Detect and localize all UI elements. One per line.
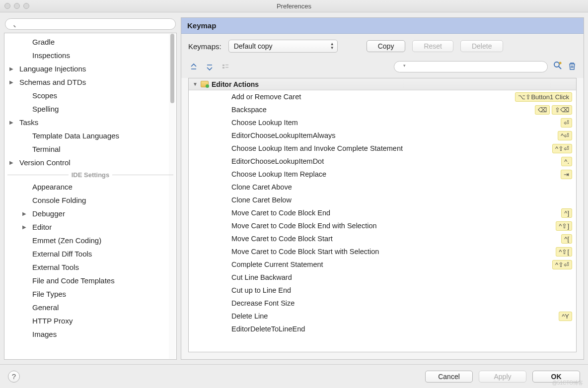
action-row[interactable]: Add or Remove Caret⌥⇧Button1 Click [189,90,576,103]
tree-item[interactable]: Tasks [4,116,176,129]
trash-icon[interactable] [568,62,577,72]
tree-item[interactable]: General [4,301,176,314]
tree-scrollbar[interactable] [169,34,176,359]
action-shortcuts: ^⇧[ [554,248,572,256]
delete-button[interactable]: Delete [460,40,503,52]
action-row[interactable]: Delete Line^Y [189,310,576,323]
action-label: Move Caret to Code Block Start with Sele… [231,248,554,256]
tree-item[interactable]: Template Data Languages [4,129,176,142]
apply-button[interactable]: Apply [479,371,526,383]
action-row[interactable]: Cut up to Line End [189,284,576,297]
find-action-icon[interactable] [553,61,563,73]
expand-all-icon[interactable] [188,62,199,72]
preferences-sidebar: GradleInspectionsLanguage InjectionsSche… [4,17,177,360]
window-title: Preferences [0,2,588,10]
tree-item[interactable]: HTTP Proxy [4,314,176,327]
tree-item[interactable]: File and Code Templates [4,274,176,287]
keymap-toolbar [181,59,584,78]
edit-shortcut-icon[interactable] [220,62,231,72]
collapse-all-icon[interactable] [204,62,215,72]
action-row[interactable]: Backspace⌫⇧⌫ [189,103,576,116]
minimize-window-icon[interactable] [14,3,20,9]
svg-rect-3 [225,67,228,68]
action-row[interactable]: Move Caret to Code Block Start^[ [189,232,576,245]
action-row[interactable]: Move Caret to Code Block End with Select… [189,219,576,232]
action-shortcuts: ^] [559,209,572,217]
shortcut-badge: ^. [561,157,572,166]
action-row[interactable]: Complete Current Statement^⇧⏎ [189,258,576,271]
tree-item[interactable]: Spelling [4,102,176,116]
svg-point-4 [554,62,559,67]
shortcut-badge: ⌫ [535,105,550,115]
close-window-icon[interactable] [4,3,10,9]
action-row[interactable]: Clone Caret Above [189,181,576,194]
action-row[interactable]: Move Caret to Code Block End^] [189,206,576,219]
tree-item[interactable]: Scopes [4,89,176,102]
action-label: Delete Line [231,312,557,320]
action-row[interactable]: Move Caret to Code Block Start with Sele… [189,245,576,258]
action-label: Decrease Font Size [231,299,572,307]
action-shortcuts: ⌥⇧Button1 Click [513,93,572,101]
action-label: Clone Caret Below [231,196,572,204]
action-row[interactable]: Choose Lookup Item⏎ [189,116,576,129]
tree-item[interactable]: Gradle [4,35,176,49]
action-shortcuts: ⏎ [559,119,572,127]
tree-item[interactable]: Version Control [4,156,176,169]
tree-item[interactable]: Appearance [4,180,176,194]
shortcut-badge: ^] [561,208,572,218]
tree-item[interactable]: External Diff Tools [4,247,176,260]
svg-rect-1 [222,67,224,68]
shortcut-badge: ⌥⇧Button1 Click [515,92,572,102]
keymaps-select[interactable]: Default copy ▲▼ [228,40,338,53]
tree-section-separator: IDE Settings [4,169,176,180]
panel-title: Keymap [181,18,584,34]
tree-item[interactable]: Console Folding [4,194,176,207]
action-shortcuts: ^⇧] [554,222,572,230]
action-row[interactable]: Decrease Font Size [189,297,576,310]
tree-item[interactable]: Language Injections [4,62,176,75]
folder-icon [201,81,209,87]
tree-item[interactable]: Terminal [4,142,176,156]
shortcut-badge: ^⏎ [558,131,572,140]
tree-item[interactable]: Images [4,327,176,341]
cancel-button[interactable]: Cancel [425,371,473,383]
shortcut-badge: ⇥ [561,170,572,179]
action-label: Move Caret to Code Block End with Select… [231,222,554,230]
preferences-tree[interactable]: GradleInspectionsLanguage InjectionsSche… [4,33,177,360]
category-label: Editor Actions [212,80,259,88]
copy-button[interactable]: Copy [367,40,406,52]
action-row[interactable]: EditorChooseLookupItemAlways^⏎ [189,129,576,142]
action-row[interactable]: Choose Lookup Item Replace⇥ [189,168,576,181]
action-list[interactable]: Add or Remove Caret⌥⇧Button1 ClickBacksp… [189,90,576,352]
action-row[interactable]: Choose Lookup Item and Invoke Complete S… [189,142,576,155]
keymaps-select-value: Default copy [234,42,273,50]
tree-item[interactable]: Inspections [4,49,176,62]
shortcut-badge: ^⇧⏎ [552,260,572,269]
tree-scrollbar-thumb[interactable] [170,34,174,103]
tree-item[interactable]: Debugger [4,207,176,220]
category-row[interactable]: ▼ Editor Actions [189,78,576,90]
traffic-lights [4,3,29,9]
action-row[interactable]: EditorDeleteToLineEnd [189,323,576,335]
shortcut-badge: ^⇧⏎ [552,144,572,153]
tree-item[interactable]: File Types [4,287,176,301]
action-shortcuts: ^⏎ [556,131,572,139]
shortcut-badge: ^[ [561,234,572,244]
action-row[interactable]: Clone Caret Below [189,194,576,206]
action-search-input[interactable] [394,61,548,72]
action-shortcuts: ^. [559,157,572,165]
tree-item[interactable]: Schemas and DTDs [4,75,176,89]
reset-button[interactable]: Reset [412,40,453,52]
expand-arrow-icon[interactable]: ▼ [193,81,198,87]
zoom-window-icon[interactable] [23,3,29,9]
tree-item[interactable]: External Tools [4,260,176,274]
preferences-detail: Keymap Keymaps: Default copy ▲▼ Copy Res… [181,17,584,360]
action-label: Move Caret to Code Block Start [231,235,559,243]
help-button[interactable]: ? [8,371,20,383]
action-row[interactable]: Cut Line Backward [189,271,576,284]
sidebar-search-input[interactable] [5,18,176,30]
action-row[interactable]: EditorChooseLookupItemDot^. [189,155,576,168]
tree-item[interactable]: Emmet (Zen Coding) [4,234,176,247]
tree-item[interactable]: Editor [4,220,176,234]
action-label: EditorChooseLookupItemAlways [231,131,556,139]
